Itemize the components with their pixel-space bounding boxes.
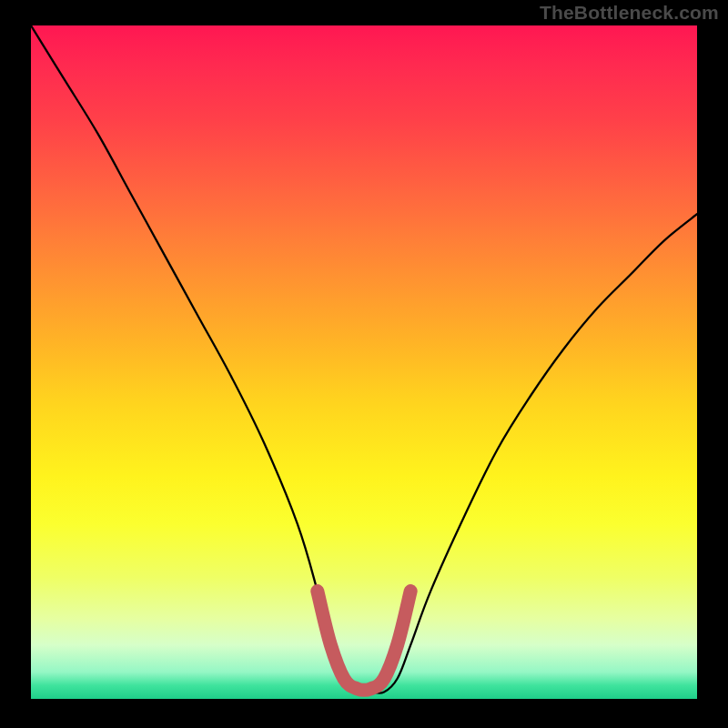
bottleneck-curve-path: [31, 25, 697, 693]
chart-frame: TheBottleneck.com: [0, 0, 728, 728]
bottom-highlight-path: [318, 592, 410, 691]
watermark-text: TheBottleneck.com: [540, 2, 719, 24]
curve-layer: [31, 25, 697, 699]
plot-area: [31, 25, 697, 699]
